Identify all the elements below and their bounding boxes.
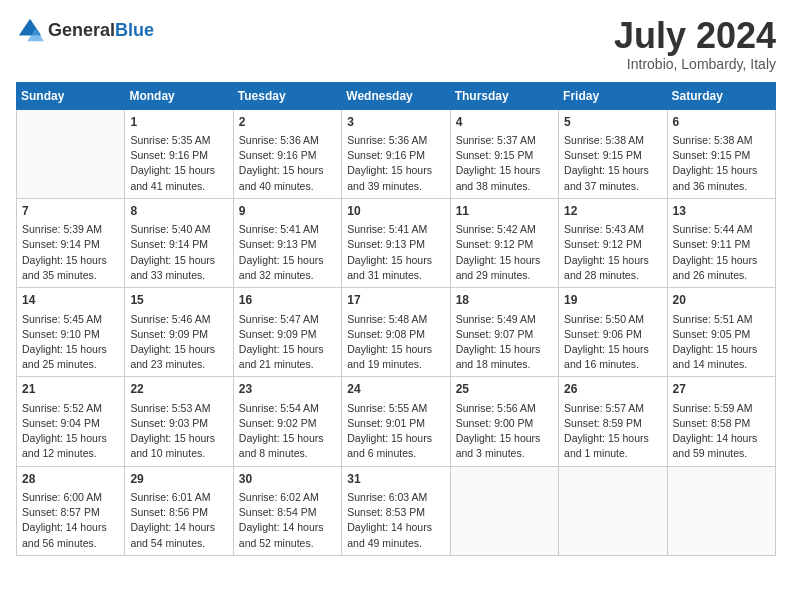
day-number: 12 xyxy=(564,203,661,220)
day-info: Sunrise: 5:35 AM Sunset: 9:16 PM Dayligh… xyxy=(130,133,227,194)
calendar-cell xyxy=(450,466,558,555)
day-info: Sunrise: 5:57 AM Sunset: 8:59 PM Dayligh… xyxy=(564,401,661,462)
day-info: Sunrise: 5:36 AM Sunset: 9:16 PM Dayligh… xyxy=(347,133,444,194)
calendar-cell: 24Sunrise: 5:55 AM Sunset: 9:01 PM Dayli… xyxy=(342,377,450,466)
day-info: Sunrise: 5:38 AM Sunset: 9:15 PM Dayligh… xyxy=(564,133,661,194)
calendar-cell: 15Sunrise: 5:46 AM Sunset: 9:09 PM Dayli… xyxy=(125,288,233,377)
day-of-week-thursday: Thursday xyxy=(450,82,558,109)
day-number: 9 xyxy=(239,203,336,220)
day-number: 15 xyxy=(130,292,227,309)
calendar-table: SundayMondayTuesdayWednesdayThursdayFrid… xyxy=(16,82,776,556)
day-number: 29 xyxy=(130,471,227,488)
calendar-cell: 16Sunrise: 5:47 AM Sunset: 9:09 PM Dayli… xyxy=(233,288,341,377)
calendar-cell: 8Sunrise: 5:40 AM Sunset: 9:14 PM Daylig… xyxy=(125,198,233,287)
calendar-cell: 12Sunrise: 5:43 AM Sunset: 9:12 PM Dayli… xyxy=(559,198,667,287)
day-info: Sunrise: 5:46 AM Sunset: 9:09 PM Dayligh… xyxy=(130,312,227,373)
week-row-1: 1Sunrise: 5:35 AM Sunset: 9:16 PM Daylig… xyxy=(17,109,776,198)
calendar-cell: 7Sunrise: 5:39 AM Sunset: 9:14 PM Daylig… xyxy=(17,198,125,287)
day-info: Sunrise: 5:56 AM Sunset: 9:00 PM Dayligh… xyxy=(456,401,553,462)
day-info: Sunrise: 5:42 AM Sunset: 9:12 PM Dayligh… xyxy=(456,222,553,283)
title-block: July 2024 Introbio, Lombardy, Italy xyxy=(614,16,776,72)
day-number: 26 xyxy=(564,381,661,398)
day-number: 7 xyxy=(22,203,119,220)
calendar-cell: 2Sunrise: 5:36 AM Sunset: 9:16 PM Daylig… xyxy=(233,109,341,198)
calendar-cell: 28Sunrise: 6:00 AM Sunset: 8:57 PM Dayli… xyxy=(17,466,125,555)
day-of-week-friday: Friday xyxy=(559,82,667,109)
day-info: Sunrise: 5:52 AM Sunset: 9:04 PM Dayligh… xyxy=(22,401,119,462)
day-of-week-tuesday: Tuesday xyxy=(233,82,341,109)
calendar-cell: 29Sunrise: 6:01 AM Sunset: 8:56 PM Dayli… xyxy=(125,466,233,555)
calendar-header: SundayMondayTuesdayWednesdayThursdayFrid… xyxy=(17,82,776,109)
day-info: Sunrise: 5:55 AM Sunset: 9:01 PM Dayligh… xyxy=(347,401,444,462)
calendar-cell: 11Sunrise: 5:42 AM Sunset: 9:12 PM Dayli… xyxy=(450,198,558,287)
day-info: Sunrise: 6:03 AM Sunset: 8:53 PM Dayligh… xyxy=(347,490,444,551)
day-number: 13 xyxy=(673,203,770,220)
day-info: Sunrise: 5:50 AM Sunset: 9:06 PM Dayligh… xyxy=(564,312,661,373)
calendar-cell xyxy=(559,466,667,555)
day-info: Sunrise: 5:51 AM Sunset: 9:05 PM Dayligh… xyxy=(673,312,770,373)
day-info: Sunrise: 5:44 AM Sunset: 9:11 PM Dayligh… xyxy=(673,222,770,283)
month-year-title: July 2024 xyxy=(614,16,776,56)
day-number: 4 xyxy=(456,114,553,131)
calendar-cell: 18Sunrise: 5:49 AM Sunset: 9:07 PM Dayli… xyxy=(450,288,558,377)
day-number: 2 xyxy=(239,114,336,131)
calendar-cell: 1Sunrise: 5:35 AM Sunset: 9:16 PM Daylig… xyxy=(125,109,233,198)
calendar-cell: 23Sunrise: 5:54 AM Sunset: 9:02 PM Dayli… xyxy=(233,377,341,466)
calendar-cell: 17Sunrise: 5:48 AM Sunset: 9:08 PM Dayli… xyxy=(342,288,450,377)
calendar-cell xyxy=(667,466,775,555)
calendar-cell: 10Sunrise: 5:41 AM Sunset: 9:13 PM Dayli… xyxy=(342,198,450,287)
day-info: Sunrise: 5:48 AM Sunset: 9:08 PM Dayligh… xyxy=(347,312,444,373)
day-info: Sunrise: 5:37 AM Sunset: 9:15 PM Dayligh… xyxy=(456,133,553,194)
day-number: 31 xyxy=(347,471,444,488)
day-number: 22 xyxy=(130,381,227,398)
day-number: 6 xyxy=(673,114,770,131)
logo-icon xyxy=(16,16,44,44)
calendar-cell: 25Sunrise: 5:56 AM Sunset: 9:00 PM Dayli… xyxy=(450,377,558,466)
calendar-cell: 31Sunrise: 6:03 AM Sunset: 8:53 PM Dayli… xyxy=(342,466,450,555)
day-number: 20 xyxy=(673,292,770,309)
day-info: Sunrise: 5:39 AM Sunset: 9:14 PM Dayligh… xyxy=(22,222,119,283)
week-row-5: 28Sunrise: 6:00 AM Sunset: 8:57 PM Dayli… xyxy=(17,466,776,555)
calendar-cell: 5Sunrise: 5:38 AM Sunset: 9:15 PM Daylig… xyxy=(559,109,667,198)
day-number: 10 xyxy=(347,203,444,220)
calendar-cell: 13Sunrise: 5:44 AM Sunset: 9:11 PM Dayli… xyxy=(667,198,775,287)
day-info: Sunrise: 6:01 AM Sunset: 8:56 PM Dayligh… xyxy=(130,490,227,551)
day-number: 30 xyxy=(239,471,336,488)
location-subtitle: Introbio, Lombardy, Italy xyxy=(614,56,776,72)
day-of-week-saturday: Saturday xyxy=(667,82,775,109)
calendar-cell: 21Sunrise: 5:52 AM Sunset: 9:04 PM Dayli… xyxy=(17,377,125,466)
days-of-week-row: SundayMondayTuesdayWednesdayThursdayFrid… xyxy=(17,82,776,109)
day-info: Sunrise: 5:45 AM Sunset: 9:10 PM Dayligh… xyxy=(22,312,119,373)
day-of-week-sunday: Sunday xyxy=(17,82,125,109)
day-info: Sunrise: 5:59 AM Sunset: 8:58 PM Dayligh… xyxy=(673,401,770,462)
calendar-cell: 6Sunrise: 5:38 AM Sunset: 9:15 PM Daylig… xyxy=(667,109,775,198)
day-info: Sunrise: 5:36 AM Sunset: 9:16 PM Dayligh… xyxy=(239,133,336,194)
calendar-cell xyxy=(17,109,125,198)
logo-text-general: General xyxy=(48,20,115,40)
page-header: GeneralBlue July 2024 Introbio, Lombardy… xyxy=(16,16,776,72)
day-number: 25 xyxy=(456,381,553,398)
week-row-3: 14Sunrise: 5:45 AM Sunset: 9:10 PM Dayli… xyxy=(17,288,776,377)
day-info: Sunrise: 5:49 AM Sunset: 9:07 PM Dayligh… xyxy=(456,312,553,373)
day-info: Sunrise: 5:38 AM Sunset: 9:15 PM Dayligh… xyxy=(673,133,770,194)
week-row-4: 21Sunrise: 5:52 AM Sunset: 9:04 PM Dayli… xyxy=(17,377,776,466)
calendar-cell: 20Sunrise: 5:51 AM Sunset: 9:05 PM Dayli… xyxy=(667,288,775,377)
calendar-cell: 9Sunrise: 5:41 AM Sunset: 9:13 PM Daylig… xyxy=(233,198,341,287)
day-number: 19 xyxy=(564,292,661,309)
calendar-cell: 3Sunrise: 5:36 AM Sunset: 9:16 PM Daylig… xyxy=(342,109,450,198)
calendar-cell: 30Sunrise: 6:02 AM Sunset: 8:54 PM Dayli… xyxy=(233,466,341,555)
calendar-cell: 26Sunrise: 5:57 AM Sunset: 8:59 PM Dayli… xyxy=(559,377,667,466)
calendar-cell: 14Sunrise: 5:45 AM Sunset: 9:10 PM Dayli… xyxy=(17,288,125,377)
week-row-2: 7Sunrise: 5:39 AM Sunset: 9:14 PM Daylig… xyxy=(17,198,776,287)
day-info: Sunrise: 6:02 AM Sunset: 8:54 PM Dayligh… xyxy=(239,490,336,551)
day-number: 27 xyxy=(673,381,770,398)
day-number: 1 xyxy=(130,114,227,131)
day-number: 11 xyxy=(456,203,553,220)
day-info: Sunrise: 5:54 AM Sunset: 9:02 PM Dayligh… xyxy=(239,401,336,462)
logo-text-blue: Blue xyxy=(115,20,154,40)
calendar-cell: 4Sunrise: 5:37 AM Sunset: 9:15 PM Daylig… xyxy=(450,109,558,198)
day-info: Sunrise: 6:00 AM Sunset: 8:57 PM Dayligh… xyxy=(22,490,119,551)
day-info: Sunrise: 5:53 AM Sunset: 9:03 PM Dayligh… xyxy=(130,401,227,462)
calendar-cell: 19Sunrise: 5:50 AM Sunset: 9:06 PM Dayli… xyxy=(559,288,667,377)
day-number: 17 xyxy=(347,292,444,309)
